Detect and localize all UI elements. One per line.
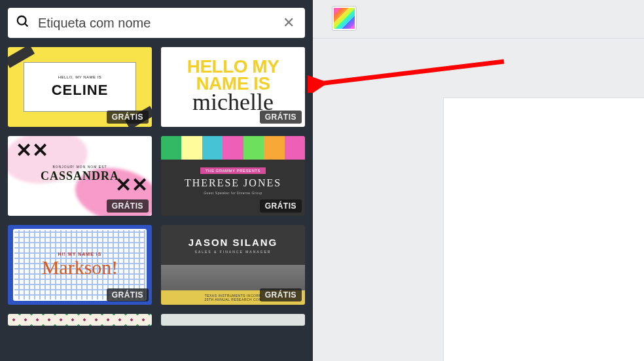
template-subtitle: BONJOUR! MON NOM EST (52, 165, 107, 169)
template-card[interactable]: THE GRAMMY PRESENTS THERESE JONES Guest … (161, 136, 305, 216)
template-subtitle: Guest Speaker for Diverse Group (204, 191, 262, 195)
template-sidebar: ✕ HELLO, MY NAME IS CELINE GRÁTIS HELLO … (0, 0, 313, 361)
template-tag: THE GRAMMY PRESENTS (200, 167, 266, 174)
template-card[interactable]: ✕✕ ✕✕ BONJOUR! MON NOM EST CASSANDRA GRÁ… (8, 136, 152, 216)
template-card[interactable]: HELLO, MY NAME IS CELINE GRÁTIS (8, 47, 152, 127)
decorative-x: ✕✕ (115, 173, 148, 196)
free-badge: GRÁTIS (107, 288, 149, 301)
free-badge: GRÁTIS (107, 199, 149, 213)
toolbar-divider (313, 38, 644, 39)
template-title: CELINE (52, 82, 109, 99)
search-input[interactable] (38, 16, 280, 31)
template-title: JASON SILANG (188, 237, 278, 248)
template-title: THERESE JONES (185, 177, 281, 189)
template-card[interactable]: HELLO MY NAME IS michelle GRÁTIS (161, 47, 305, 127)
template-card[interactable] (8, 314, 152, 326)
template-title: Markson! (42, 256, 118, 279)
template-subtitle: HI! MY NAME IS (42, 252, 118, 256)
color-picker-button[interactable] (332, 7, 356, 30)
canvas-area (313, 0, 644, 361)
canvas-page[interactable] (444, 98, 644, 361)
template-footer-line: 25TH ANNUAL RESEARCH CON (204, 298, 261, 301)
free-badge: GRÁTIS (260, 199, 302, 213)
template-card[interactable] (161, 314, 305, 326)
free-badge: GRÁTIS (260, 288, 302, 301)
free-badge: GRÁTIS (107, 111, 149, 124)
template-subtitle: HELLO, MY NAME IS (58, 75, 102, 79)
search-bar: ✕ (8, 8, 305, 38)
decorative-x: ✕✕ (16, 139, 48, 162)
template-card[interactable]: HI! MY NAME IS Markson! GRÁTIS (8, 225, 152, 305)
svg-line-1 (25, 24, 28, 27)
template-heading: HELLO MY NAME IS (187, 58, 279, 92)
svg-point-0 (18, 16, 26, 25)
decorative-stripes (161, 136, 305, 160)
decorative-pattern (8, 314, 152, 326)
template-title: CASSANDRA (41, 169, 119, 183)
template-grid: HELLO, MY NAME IS CELINE GRÁTIS HELLO MY… (8, 47, 305, 326)
search-icon (16, 14, 30, 31)
clear-search-icon[interactable]: ✕ (280, 14, 297, 31)
free-badge: GRÁTIS (260, 111, 302, 124)
template-card[interactable]: JASON SILANG SALES & FINANCE MANAGER TEX… (161, 225, 305, 305)
template-role: SALES & FINANCE MANAGER (195, 250, 272, 254)
